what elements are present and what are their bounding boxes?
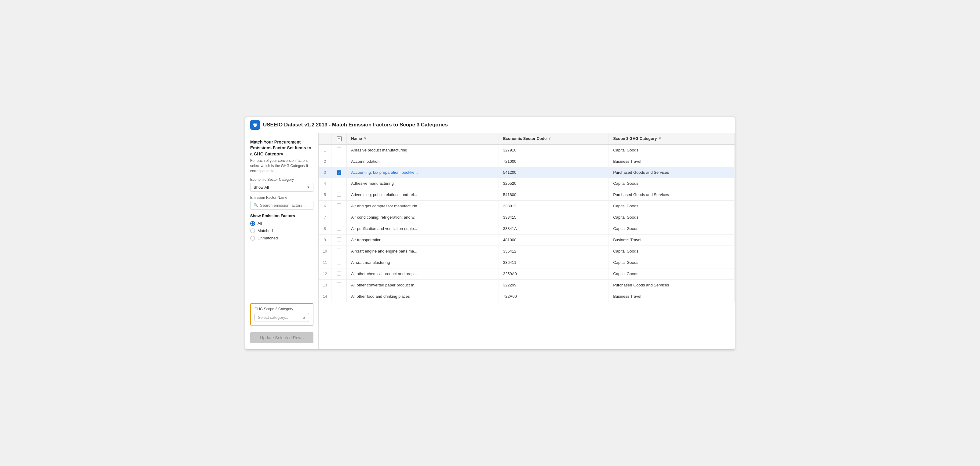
table-row: 13All other converted paper product m...…: [319, 280, 735, 291]
table-row: 4Adhesive manufacturing325520Capital Goo…: [319, 178, 735, 189]
row-checkbox[interactable]: [337, 248, 341, 253]
row-checkbox-cell[interactable]: [331, 212, 347, 223]
row-checkbox-cell[interactable]: [331, 280, 347, 291]
row-number: 10: [319, 245, 331, 257]
row-checkbox-cell[interactable]: [331, 234, 347, 245]
ghg-dropdown-arrow-icon: ▲: [302, 315, 306, 319]
row-checkbox[interactable]: [337, 237, 341, 242]
emission-factor-label: Emission Factor Name: [250, 196, 313, 200]
sidebar-heading: Match Your Procurement Emissions Factor …: [250, 139, 313, 157]
row-name: Accounting; tax preparation; bookke...: [347, 167, 499, 178]
row-name: All other converted paper product m...: [347, 280, 499, 291]
row-scope3-category: Capital Goods: [609, 145, 735, 156]
th-checkbox[interactable]: −: [331, 133, 347, 145]
row-checkbox-cell[interactable]: [331, 291, 347, 302]
table-row: 7Air conditioning; refrigeration; and w.…: [319, 212, 735, 223]
title-bar: USEEIO Dataset v1.2 2013 - Match Emissio…: [245, 117, 735, 133]
emission-factor-field: Emission Factor Name 🔍: [250, 196, 313, 210]
row-number: 11: [319, 257, 331, 268]
row-number: 3: [319, 167, 331, 178]
search-icon: 🔍: [253, 203, 258, 207]
row-sector-code: 33341A: [498, 223, 609, 234]
update-rows-button[interactable]: Update Selected Rows: [250, 332, 313, 343]
show-factors-group: Show Emission Factors All Matched Unmatc…: [250, 213, 313, 241]
row-number: 2: [319, 156, 331, 167]
row-checkbox[interactable]: [337, 181, 341, 185]
row-checkbox-cell[interactable]: [331, 257, 347, 268]
scope3-sort-icon: ∨: [659, 137, 661, 140]
table-row: 8Air purification and ventilation equip.…: [319, 223, 735, 234]
row-number: 9: [319, 234, 331, 245]
row-name: Adhesive manufacturing: [347, 178, 499, 189]
radio-matched-circle: [250, 228, 255, 233]
row-checkbox-cell[interactable]: [331, 200, 347, 212]
row-checkbox-cell[interactable]: [331, 268, 347, 280]
row-checkbox-cell[interactable]: ✓: [331, 167, 347, 178]
row-number: 4: [319, 178, 331, 189]
row-checkbox[interactable]: [337, 148, 341, 152]
row-scope3-category: Capital Goods: [609, 245, 735, 257]
row-sector-code: 3259A0: [498, 268, 609, 280]
row-checkbox[interactable]: [337, 159, 341, 163]
row-checkbox[interactable]: [337, 215, 341, 219]
row-number: 8: [319, 223, 331, 234]
row-scope3-category: Purchased Goods and Services: [609, 167, 735, 178]
radio-unmatched[interactable]: Unmatched: [250, 236, 313, 241]
row-name-link[interactable]: Accounting; tax preparation; bookke...: [351, 170, 418, 175]
economic-sector-dropdown[interactable]: Show All ▼: [250, 183, 313, 192]
select-all-checkbox[interactable]: −: [337, 136, 342, 141]
row-number: 12: [319, 268, 331, 280]
row-sector-code: 322299: [498, 280, 609, 291]
radio-all-circle: [250, 221, 255, 226]
row-number: 7: [319, 212, 331, 223]
row-number: 5: [319, 189, 331, 200]
sidebar: Match Your Procurement Emissions Factor …: [245, 133, 319, 349]
row-sector-code: 333912: [498, 200, 609, 212]
row-number: 13: [319, 280, 331, 291]
table-area: − Name ∨ Economic Sector Code: [319, 133, 735, 349]
row-name: Aircraft engine and engine parts ma...: [347, 245, 499, 257]
row-name: Accommodation: [347, 156, 499, 167]
row-number: 1: [319, 145, 331, 156]
row-checkbox-cell[interactable]: [331, 156, 347, 167]
row-sector-code: 336412: [498, 245, 609, 257]
row-name: All other food and drinking places: [347, 291, 499, 302]
row-sector-code: 325520: [498, 178, 609, 189]
search-input[interactable]: [260, 203, 310, 208]
row-name: All other chemical product and prep...: [347, 268, 499, 280]
table-row: 2Accommodation721000Business Travel: [319, 156, 735, 167]
row-number: 6: [319, 200, 331, 212]
table-row: 1Abrasive product manufacturing327910Cap…: [319, 145, 735, 156]
table-row: 3✓Accounting; tax preparation; bookke...…: [319, 167, 735, 178]
ghg-category-dropdown[interactable]: Select category... ▲: [255, 313, 309, 322]
row-checkbox[interactable]: [337, 204, 341, 208]
row-checkbox[interactable]: [337, 294, 341, 298]
row-checkbox[interactable]: [337, 271, 341, 276]
radio-matched[interactable]: Matched: [250, 228, 313, 233]
row-scope3-category: Purchased Goods and Services: [609, 189, 735, 200]
row-checkbox-cell[interactable]: [331, 145, 347, 156]
ghg-section: GHG Scope 3 Category Select category... …: [250, 303, 313, 326]
row-sector-code: 541800: [498, 189, 609, 200]
row-checkbox[interactable]: [337, 192, 341, 197]
th-name[interactable]: Name ∨: [347, 133, 499, 145]
search-box[interactable]: 🔍: [250, 201, 313, 210]
row-sector-code: 721000: [498, 156, 609, 167]
row-checkbox-cell[interactable]: [331, 189, 347, 200]
row-checkbox-cell[interactable]: [331, 245, 347, 257]
table-row: 12All other chemical product and prep...…: [319, 268, 735, 280]
row-checkbox-cell[interactable]: [331, 223, 347, 234]
th-sector-code[interactable]: Economic Sector Code ∨: [498, 133, 609, 145]
row-scope3-category: Purchased Goods and Services: [609, 280, 735, 291]
row-scope3-category: Capital Goods: [609, 223, 735, 234]
row-checkbox[interactable]: ✓: [337, 170, 341, 175]
th-scope3[interactable]: Scope 3 GHG Category ∨: [609, 133, 735, 145]
row-name: Advertising; public relations; and rel..…: [347, 189, 499, 200]
row-checkbox[interactable]: [337, 226, 341, 231]
row-checkbox[interactable]: [337, 260, 341, 264]
row-checkbox-cell[interactable]: [331, 178, 347, 189]
radio-all[interactable]: All: [250, 221, 313, 226]
row-scope3-category: Business Travel: [609, 291, 735, 302]
row-sector-code: 722A00: [498, 291, 609, 302]
row-checkbox[interactable]: [337, 283, 341, 287]
